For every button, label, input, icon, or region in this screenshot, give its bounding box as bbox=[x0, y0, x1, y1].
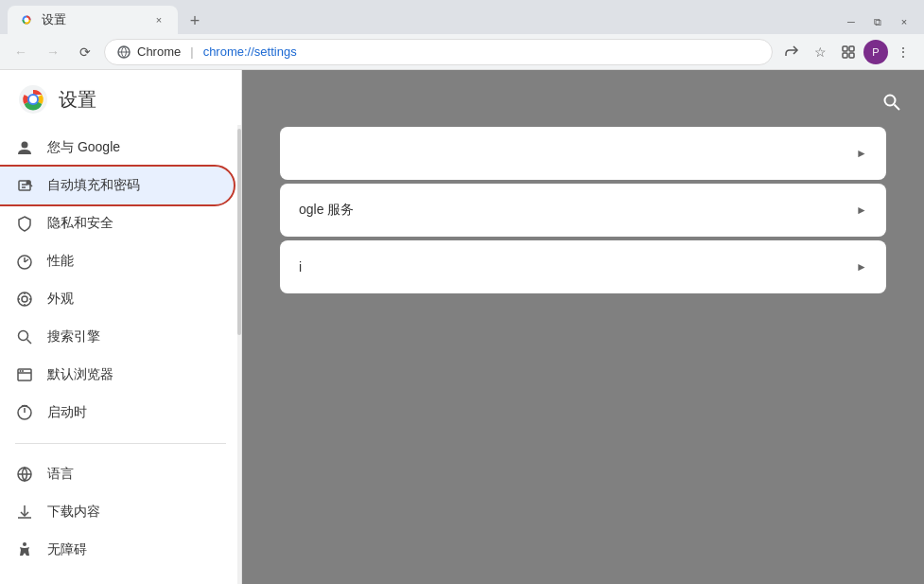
person-icon bbox=[15, 138, 34, 157]
active-tab[interactable]: 设置 × bbox=[8, 6, 178, 34]
sidebar-item-privacy[interactable]: 隐私和安全 bbox=[0, 204, 234, 242]
tab-title: 设置 bbox=[42, 11, 144, 28]
sidebar-item-google[interactable]: 您与 Google bbox=[0, 129, 234, 167]
svg-rect-7 bbox=[849, 53, 854, 58]
sidebar-scroll[interactable]: 您与 Google 自动填 bbox=[0, 125, 241, 584]
sidebar-section-secondary: 语言 下载内容 bbox=[0, 451, 241, 573]
sidebar-item-search[interactable]: 搜索引擎 bbox=[0, 318, 234, 356]
sidebar-item-accessibility[interactable]: 无障碍 bbox=[0, 531, 234, 569]
svg-rect-4 bbox=[843, 46, 847, 51]
svg-line-25 bbox=[27, 340, 32, 345]
menu-button[interactable]: ⋮ bbox=[890, 39, 916, 65]
window-controls: ─ ⧉ × bbox=[839, 13, 916, 30]
settings-card-item-2[interactable]: ogle 服务 ► bbox=[280, 184, 886, 237]
svg-point-18 bbox=[18, 292, 31, 306]
svg-point-10 bbox=[29, 96, 37, 103]
sidebar-section-main: 您与 Google 自动填 bbox=[0, 125, 241, 435]
share-button[interactable] bbox=[778, 39, 805, 65]
accessibility-icon bbox=[15, 540, 34, 559]
sidebar-item-autofill[interactable]: 自动填充和密码 bbox=[0, 167, 234, 204]
tab-close-button[interactable]: × bbox=[151, 12, 166, 27]
browser-icon bbox=[15, 365, 34, 384]
main-panel: ► ogle 服务 ► i ► bbox=[242, 70, 924, 584]
main-panel-search bbox=[875, 85, 909, 119]
sidebar-item-label-language: 语言 bbox=[47, 466, 74, 483]
svg-point-28 bbox=[20, 370, 22, 372]
appearance-icon bbox=[15, 290, 34, 309]
address-bar: ← → ⟳ Chrome | chrome://settings ☆ bbox=[0, 34, 924, 70]
search-icon bbox=[15, 327, 34, 346]
sidebar-item-label-accessibility: 无障碍 bbox=[47, 541, 87, 558]
svg-point-11 bbox=[22, 142, 28, 149]
title-bar: 设置 × + ─ ⧉ × bbox=[0, 0, 924, 34]
bookmark-button[interactable]: ☆ bbox=[807, 39, 833, 65]
chrome-logo bbox=[19, 85, 47, 114]
svg-point-36 bbox=[23, 542, 26, 546]
sidebar-item-appearance[interactable]: 外观 bbox=[0, 280, 234, 318]
sidebar: 设置 您与 Google bbox=[0, 70, 242, 584]
svg-point-15 bbox=[26, 181, 31, 186]
sidebar-item-label-browser: 默认浏览器 bbox=[47, 366, 113, 383]
card-item-text-2: ogle 服务 bbox=[299, 202, 856, 219]
minimize-button[interactable]: ─ bbox=[839, 13, 863, 30]
startup-icon bbox=[15, 403, 34, 422]
url-path: chrome://settings bbox=[203, 44, 297, 59]
main-search-button[interactable] bbox=[875, 85, 909, 119]
new-tab-button[interactable]: + bbox=[182, 8, 208, 34]
sidebar-header: 设置 bbox=[0, 70, 241, 125]
card-item-arrow-2: ► bbox=[856, 204, 867, 217]
settings-cards-area: ► ogle 服务 ► i ► bbox=[242, 70, 924, 314]
performance-icon bbox=[15, 252, 34, 271]
svg-point-24 bbox=[19, 331, 28, 341]
sidebar-item-startup[interactable]: 启动时 bbox=[0, 394, 234, 432]
tab-strip: 设置 × + bbox=[8, 6, 839, 34]
card-item-text-3: i bbox=[299, 259, 856, 274]
sidebar-title: 设置 bbox=[59, 87, 96, 113]
sidebar-item-label-google: 您与 Google bbox=[47, 139, 120, 156]
profile-avatar[interactable]: P bbox=[863, 40, 888, 64]
download-icon bbox=[15, 503, 34, 522]
settings-card-2: ogle 服务 ► bbox=[280, 184, 886, 237]
address-actions: ☆ P ⋮ bbox=[778, 39, 916, 65]
close-button[interactable]: × bbox=[892, 13, 916, 30]
sidebar-item-download[interactable]: 下载内容 bbox=[0, 493, 234, 531]
settings-card-item-1[interactable]: ► bbox=[280, 127, 886, 180]
svg-point-19 bbox=[22, 296, 27, 302]
autofill-icon bbox=[15, 176, 34, 195]
card-item-arrow-1: ► bbox=[856, 147, 867, 160]
sidebar-item-label-autofill: 自动填充和密码 bbox=[47, 177, 140, 194]
card-item-arrow-3: ► bbox=[856, 260, 867, 274]
sidebar-item-label-privacy: 隐私和安全 bbox=[47, 215, 113, 232]
settings-card-item-3[interactable]: i ► bbox=[280, 240, 886, 293]
settings-card-1: ► bbox=[280, 127, 886, 180]
reload-button[interactable]: ⟳ bbox=[72, 39, 98, 65]
tab-favicon bbox=[19, 12, 34, 27]
sidebar-item-performance[interactable]: 性能 bbox=[0, 242, 234, 280]
url-domain: Chrome bbox=[137, 44, 181, 59]
browser-window: 设置 × + ─ ⧉ × ← → ⟳ Chrome | chrome:/ bbox=[0, 0, 924, 584]
svg-rect-6 bbox=[843, 53, 847, 58]
url-bar[interactable]: Chrome | chrome://settings bbox=[104, 39, 773, 65]
sidebar-item-label-performance: 性能 bbox=[47, 253, 74, 270]
svg-line-38 bbox=[895, 105, 900, 111]
restore-button[interactable]: ⧉ bbox=[865, 13, 890, 30]
svg-point-1 bbox=[25, 18, 29, 23]
extensions-button[interactable] bbox=[835, 39, 862, 65]
sidebar-divider bbox=[15, 443, 226, 444]
language-icon bbox=[15, 465, 34, 484]
site-icon bbox=[116, 44, 131, 60]
settings-card-3: i ► bbox=[280, 240, 886, 293]
sidebar-item-language[interactable]: 语言 bbox=[0, 455, 234, 493]
svg-rect-5 bbox=[849, 46, 854, 51]
svg-point-37 bbox=[885, 96, 896, 106]
svg-point-29 bbox=[22, 370, 24, 372]
forward-button[interactable]: → bbox=[40, 39, 66, 65]
sidebar-item-label-startup: 启动时 bbox=[47, 404, 87, 421]
sidebar-item-browser[interactable]: 默认浏览器 bbox=[0, 356, 234, 394]
content-area: 设置 您与 Google bbox=[0, 70, 924, 584]
sidebar-item-label-appearance: 外观 bbox=[47, 291, 74, 308]
sidebar-item-label-download: 下载内容 bbox=[47, 504, 100, 521]
back-button[interactable]: ← bbox=[8, 39, 34, 65]
sidebar-item-label-search: 搜索引擎 bbox=[47, 328, 100, 345]
url-separator: | bbox=[190, 44, 193, 59]
